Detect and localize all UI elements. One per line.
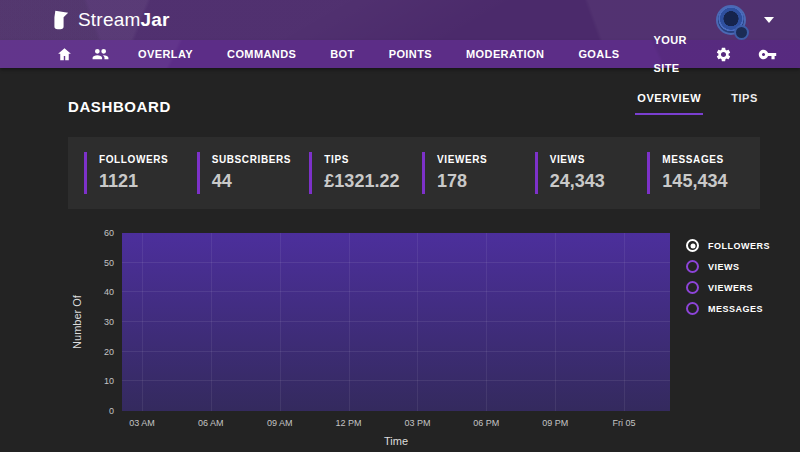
key-icon bbox=[758, 45, 777, 64]
stat-followers: FOLLOWERS1121 bbox=[84, 152, 197, 194]
avatar-badge bbox=[734, 25, 749, 40]
stat-value: £1321.22 bbox=[324, 171, 414, 192]
nav-item-moderation[interactable]: MODERATION bbox=[449, 40, 561, 68]
gridline-vertical bbox=[417, 233, 418, 411]
stat-views: VIEWS24,343 bbox=[535, 152, 648, 194]
main-content: DASHBOARD OVERVIEWTIPS FOLLOWERS1121SUBS… bbox=[0, 92, 800, 451]
y-tick-label: 40 bbox=[104, 287, 114, 297]
legend-item-views[interactable]: VIEWS bbox=[686, 260, 770, 273]
chevron-down-icon[interactable] bbox=[764, 17, 774, 23]
nav-item-overlay[interactable]: OVERLAY bbox=[121, 40, 210, 68]
gridline-vertical bbox=[486, 233, 487, 411]
legend-item-viewers[interactable]: VIEWERS bbox=[686, 281, 770, 294]
nav-item-home[interactable] bbox=[48, 40, 81, 68]
gridline-vertical bbox=[280, 233, 281, 411]
stat-label: VIEWERS bbox=[437, 154, 527, 165]
nav-left: OVERLAYCOMMANDSBOTPOINTSMODERATIONGOALSY… bbox=[48, 26, 707, 82]
chart-plot-area bbox=[122, 233, 670, 411]
radio-icon bbox=[686, 239, 699, 252]
x-tick-label: 09 PM bbox=[542, 418, 568, 428]
stat-tips: TIPS£1321.22 bbox=[309, 152, 422, 194]
x-tick-label: 06 AM bbox=[198, 418, 224, 428]
stat-value: 44 bbox=[212, 171, 302, 192]
nav-right bbox=[707, 40, 785, 68]
page-title: DASHBOARD bbox=[68, 98, 171, 115]
radio-icon bbox=[686, 302, 699, 315]
legend-item-messages[interactable]: MESSAGES bbox=[686, 302, 770, 315]
x-tick-label: 12 PM bbox=[336, 418, 362, 428]
stat-label: SUBSCRIBERS bbox=[212, 154, 302, 165]
x-tick-label: 06 PM bbox=[473, 418, 499, 428]
chart-section: Number Of 0102030405060 03 AM06 AM09 AM1… bbox=[68, 233, 760, 451]
gridline-horizontal bbox=[122, 351, 670, 352]
y-tick-label: 10 bbox=[104, 376, 114, 386]
x-tick-label: 03 PM bbox=[404, 418, 430, 428]
gridline-vertical bbox=[555, 233, 556, 411]
nav-item-points[interactable]: POINTS bbox=[372, 40, 449, 68]
x-axis-label: Time bbox=[122, 435, 670, 451]
stat-value: 1121 bbox=[99, 171, 189, 192]
stat-value: 24,343 bbox=[550, 171, 640, 192]
nav-item-users[interactable] bbox=[85, 40, 118, 68]
x-tick-label: 09 AM bbox=[267, 418, 293, 428]
stats-panel: FOLLOWERS1121SUBSCRIBERS44TIPS£1321.22VI… bbox=[68, 137, 760, 209]
y-axis-ticks: 0102030405060 bbox=[86, 233, 122, 411]
gridline-horizontal bbox=[122, 262, 670, 263]
y-tick-label: 50 bbox=[104, 258, 114, 268]
title-row: DASHBOARD OVERVIEWTIPS bbox=[68, 92, 760, 115]
legend-label: FOLLOWERS bbox=[708, 241, 770, 251]
tab-tips[interactable]: TIPS bbox=[729, 92, 760, 115]
y-tick-label: 30 bbox=[104, 317, 114, 327]
nav-item-bot[interactable]: BOT bbox=[313, 40, 371, 68]
gridline-vertical bbox=[624, 233, 625, 411]
gear-icon bbox=[715, 46, 732, 63]
legend-label: VIEWS bbox=[708, 262, 740, 272]
y-tick-label: 20 bbox=[104, 347, 114, 357]
main-nav: OVERLAYCOMMANDSBOTPOINTSMODERATIONGOALSY… bbox=[0, 40, 800, 68]
radio-icon bbox=[686, 281, 699, 294]
gridline-vertical bbox=[349, 233, 350, 411]
gridline-vertical bbox=[211, 233, 212, 411]
chart: Number Of 0102030405060 03 AM06 AM09 AM1… bbox=[68, 233, 670, 451]
x-axis-ticks: 03 AM06 AM09 AM12 PM03 PM06 PM09 PMFri 0… bbox=[122, 411, 670, 435]
chart-legend: FOLLOWERSVIEWSVIEWERSMESSAGES bbox=[686, 233, 770, 451]
y-axis-label: Number Of bbox=[68, 233, 86, 411]
stat-label: VIEWS bbox=[550, 154, 640, 165]
legend-label: MESSAGES bbox=[708, 304, 763, 314]
gridline-horizontal bbox=[122, 380, 670, 381]
y-tick-label: 60 bbox=[104, 228, 114, 238]
tab-overview[interactable]: OVERVIEW bbox=[635, 92, 703, 115]
radio-icon bbox=[686, 260, 699, 273]
y-tick-label: 0 bbox=[109, 406, 114, 416]
avatar[interactable] bbox=[716, 5, 746, 35]
users-icon bbox=[91, 45, 110, 64]
tabs: OVERVIEWTIPS bbox=[635, 92, 760, 115]
legend-item-followers[interactable]: FOLLOWERS bbox=[686, 239, 770, 252]
x-tick-label: 03 AM bbox=[129, 418, 155, 428]
nav-item-your-site[interactable]: YOUR SITE bbox=[637, 26, 707, 82]
nav-item-commands[interactable]: COMMANDS bbox=[210, 40, 313, 68]
api-key-button[interactable] bbox=[751, 40, 785, 68]
gridline-horizontal bbox=[122, 321, 670, 322]
user-area bbox=[716, 5, 774, 35]
stat-value: 145,434 bbox=[662, 171, 752, 192]
stat-messages: MESSAGES145,434 bbox=[647, 152, 760, 194]
nav-item-goals[interactable]: GOALS bbox=[561, 40, 636, 68]
stat-value: 178 bbox=[437, 171, 527, 192]
stat-subscribers: SUBSCRIBERS44 bbox=[197, 152, 310, 194]
gridline-horizontal bbox=[122, 291, 670, 292]
settings-button[interactable] bbox=[707, 40, 741, 68]
stat-viewers: VIEWERS178 bbox=[422, 152, 535, 194]
gridline-vertical bbox=[142, 233, 143, 411]
home-icon bbox=[56, 46, 73, 63]
stat-label: FOLLOWERS bbox=[99, 154, 189, 165]
stat-label: MESSAGES bbox=[662, 154, 752, 165]
legend-label: VIEWERS bbox=[708, 283, 753, 293]
stat-label: TIPS bbox=[324, 154, 414, 165]
x-tick-label: Fri 05 bbox=[612, 418, 635, 428]
nav-links: OVERLAYCOMMANDSBOTPOINTSMODERATIONGOALSY… bbox=[121, 26, 707, 82]
